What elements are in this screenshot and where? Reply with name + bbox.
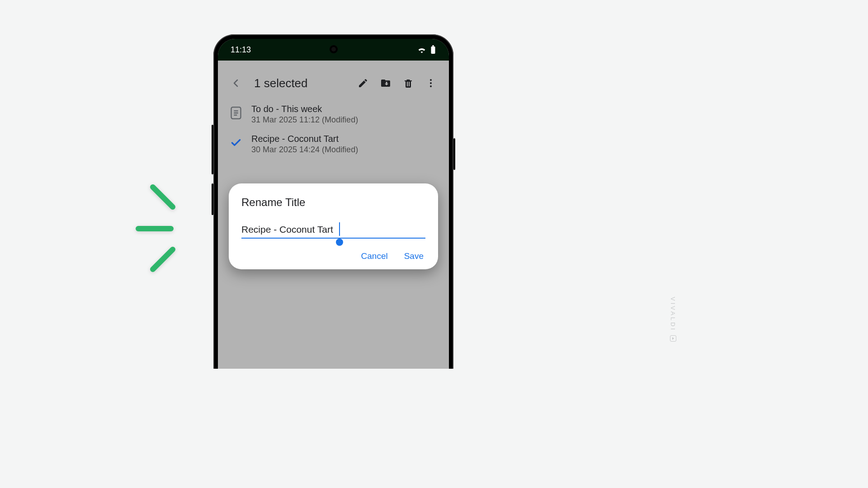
svg-line-2: [153, 249, 173, 269]
dialog-heading: Rename Title: [241, 196, 425, 209]
delete-button[interactable]: [398, 73, 418, 93]
note-row[interactable]: To do - This week 31 Mar 2025 11:12 (Mod…: [218, 99, 449, 129]
watermark: VIVALDI: [670, 297, 676, 342]
note-meta: 30 Mar 2025 14:24 (Modified): [251, 145, 358, 155]
rename-field[interactable]: [241, 224, 425, 239]
phone-frame: 11:13 1 selected: [213, 34, 453, 369]
note-icon: [230, 107, 242, 119]
phone-screen: 11:13 1 selected: [218, 39, 449, 369]
phone-camera-notch: [330, 45, 338, 53]
selection-toolbar: 1 selected: [218, 67, 449, 99]
status-time: 11:13: [231, 45, 251, 55]
wifi-icon: [417, 46, 426, 53]
svg-rect-3: [431, 47, 435, 54]
svg-point-5: [430, 79, 432, 81]
rename-input[interactable]: [241, 224, 425, 235]
note-meta: 31 Mar 2025 11:12 (Modified): [251, 115, 358, 125]
svg-point-6: [430, 82, 432, 84]
check-icon: [230, 136, 242, 149]
note-title: To do - This week: [251, 104, 358, 114]
svg-rect-4: [432, 45, 434, 47]
battery-icon: [430, 45, 436, 54]
watermark-text: VIVALDI: [670, 297, 676, 332]
decorative-strokes: [136, 181, 190, 276]
edit-button[interactable]: [353, 73, 373, 93]
back-button[interactable]: [226, 73, 246, 93]
text-caret: [339, 222, 340, 236]
more-button[interactable]: [421, 73, 441, 93]
cancel-button[interactable]: Cancel: [361, 251, 388, 261]
watermark-logo-icon: [670, 335, 676, 342]
rename-dialog: Rename Title Cancel Save: [229, 183, 438, 269]
save-button[interactable]: Save: [404, 251, 424, 261]
move-button[interactable]: [376, 73, 396, 93]
svg-point-7: [430, 85, 432, 87]
selection-count: 1 selected: [254, 76, 350, 90]
note-row[interactable]: Recipe - Coconut Tart 30 Mar 2025 14:24 …: [218, 129, 449, 159]
note-title: Recipe - Coconut Tart: [251, 134, 358, 144]
text-caret-handle[interactable]: [336, 239, 343, 246]
svg-line-0: [153, 187, 173, 207]
